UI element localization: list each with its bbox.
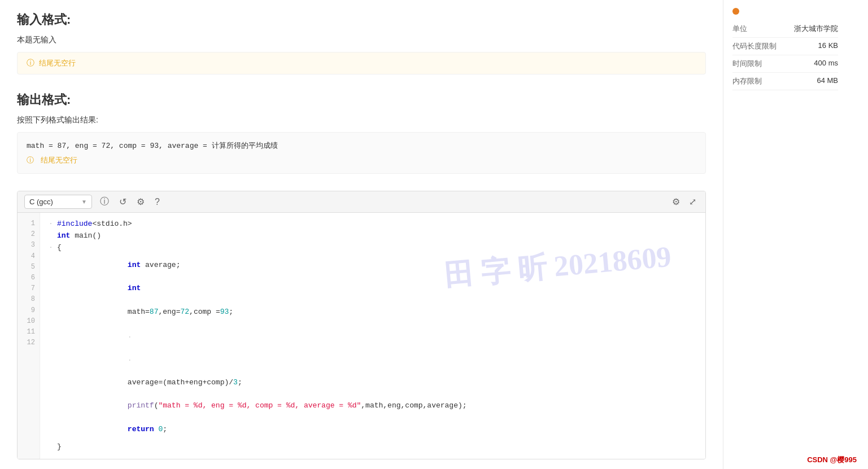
input-warning-box: ⓘ 结尾无空行: [17, 52, 706, 74]
input-format-title: 输入格式:: [17, 11, 706, 28]
output-code-example: math = 87, eng = 72, comp = 93, average …: [17, 132, 706, 174]
sidebar-row: 单位 浙大城市学院: [732, 20, 838, 38]
code-line-9: average=(math+eng+comp)/3;: [49, 371, 696, 395]
language-selector[interactable]: C (gcc) ▼: [24, 195, 92, 209]
chevron-down-icon: ▼: [81, 199, 87, 205]
sidebar-row-label: 时间限制: [732, 59, 762, 69]
settings-icon[interactable]: ⚙: [134, 195, 147, 208]
keyword-include: #include: [57, 218, 92, 230]
help-icon[interactable]: ?: [152, 196, 162, 208]
csdn-label: CSDN @樱995: [807, 455, 857, 465]
code-line-11: return 0;: [49, 418, 696, 442]
sidebar-row-value: 400 ms: [814, 59, 838, 69]
code-content[interactable]: · #include<stdio.h> int main() · { int a…: [40, 213, 705, 459]
output-warning-text: 结尾无空行: [41, 156, 77, 165]
sidebar-row-label: 单位: [732, 24, 747, 34]
sidebar-row: 代码长度限制 16 KB: [732, 38, 838, 55]
code-line-6: math=87,eng=72,comp =93;: [49, 301, 696, 325]
code-line-12: }: [49, 441, 696, 453]
editor-body[interactable]: 1 2 3 4 5 6 7 8 9 10 11 12 ·: [18, 213, 705, 459]
code-line-3: · {: [49, 242, 696, 254]
code-line-1: · #include<stdio.h>: [49, 218, 696, 230]
toolbar-right: ⚙ ⤢: [670, 195, 699, 208]
code-line-2: int main(): [49, 230, 696, 242]
sidebar-top-bar: [732, 6, 838, 20]
output-format-title: 输出格式:: [17, 91, 706, 108]
code-line-10: printf("math = %d, eng = %d, comp = %d, …: [49, 395, 696, 418]
output-format-desc: 按照下列格式输出结果:: [17, 115, 706, 125]
sidebar-rows: 单位 浙大城市学院 代码长度限制 16 KB 时间限制 400 ms 内存限制 …: [732, 20, 838, 90]
sidebar-row-label: 代码长度限制: [732, 41, 777, 51]
language-label: C (gcc): [29, 198, 81, 206]
code-line-8: .: [49, 348, 696, 371]
sidebar-row: 时间限制 400 ms: [732, 55, 838, 73]
sidebar-row-value: 浙大城市学院: [794, 24, 838, 34]
input-warning-text: 结尾无空行: [39, 59, 76, 67]
history-icon[interactable]: ↺: [117, 195, 129, 208]
code-line-4: int average;: [49, 253, 696, 277]
code-line-7: .: [49, 324, 696, 348]
code-editor[interactable]: C (gcc) ▼ ⓘ ↺ ⚙ ? ⚙ ⤢ 1 2 3 4: [17, 191, 706, 459]
expand-icon[interactable]: ⤢: [687, 195, 699, 208]
sidebar: 单位 浙大城市学院 代码长度限制 16 KB 时间限制 400 ms 内存限制 …: [723, 0, 847, 469]
config-icon[interactable]: ⚙: [670, 195, 682, 208]
sidebar-row: 内存限制 64 MB: [732, 73, 838, 90]
orange-dot-icon: [732, 8, 739, 15]
code-line-5: int: [49, 277, 696, 301]
input-format-desc: 本题无输入: [17, 35, 706, 45]
sidebar-row-value: 64 MB: [817, 76, 838, 86]
sidebar-row-value: 16 KB: [818, 41, 838, 51]
warning-icon: ⓘ: [27, 58, 34, 67]
info-icon[interactable]: ⓘ: [98, 195, 111, 209]
output-warning-icon: ⓘ: [27, 156, 34, 165]
line-numbers: 1 2 3 4 5 6 7 8 9 10 11 12: [18, 213, 40, 459]
sidebar-row-label: 内存限制: [732, 76, 762, 86]
editor-toolbar: C (gcc) ▼ ⓘ ↺ ⚙ ? ⚙ ⤢: [18, 191, 705, 213]
